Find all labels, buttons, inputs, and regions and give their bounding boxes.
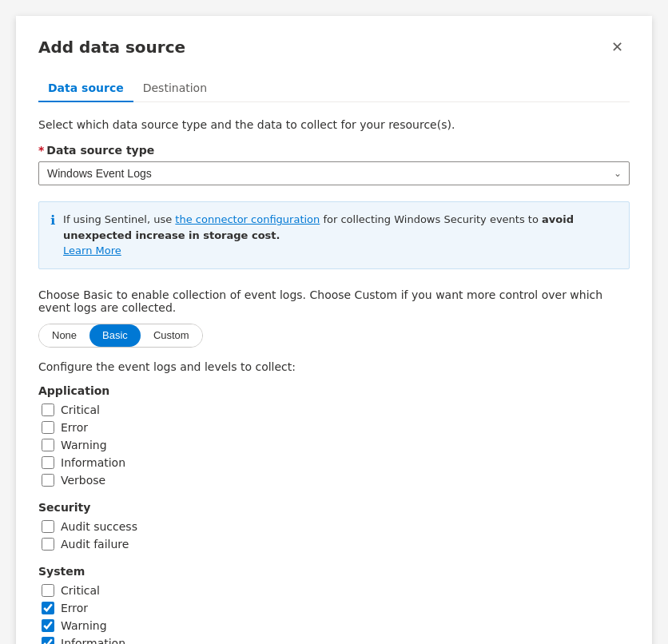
checkbox-input-application-warning[interactable] xyxy=(42,439,54,451)
checkbox-input-application-verbose[interactable] xyxy=(42,474,54,487)
log-group-application-title: Application xyxy=(38,384,630,397)
data-source-type-select[interactable]: Windows Event Logs Linux Syslog Performa… xyxy=(38,161,630,185)
checkbox-label-system-information: Information xyxy=(61,637,125,644)
connector-config-link[interactable]: the connector configuration xyxy=(175,213,320,225)
info-box-text: If using Sentinel, use the connector con… xyxy=(63,212,618,259)
checkbox-input-application-information[interactable] xyxy=(42,456,54,469)
checkbox-input-security-audit-failure[interactable] xyxy=(42,538,54,551)
data-source-type-wrapper: Windows Event Logs Linux Syslog Performa… xyxy=(38,161,630,185)
checkbox-application-verbose: Verbose xyxy=(38,474,630,487)
checkbox-label-system-error: Error xyxy=(61,602,88,614)
choose-description: Choose Basic to enable collection of eve… xyxy=(38,288,630,314)
checkbox-system-error: Error xyxy=(38,602,630,614)
checkbox-system-information: Information xyxy=(38,637,630,644)
checkbox-label-application-information: Information xyxy=(61,456,125,469)
tab-destination[interactable]: Destination xyxy=(133,75,217,102)
panel-header: Add data source ✕ xyxy=(38,35,630,59)
checkbox-input-system-error[interactable] xyxy=(42,602,54,614)
checkbox-application-information: Information xyxy=(38,456,630,469)
log-group-system: System Critical Error Warning Informatio… xyxy=(38,565,630,644)
checkbox-label-security-audit-success: Audit success xyxy=(61,520,137,533)
checkbox-application-warning: Warning xyxy=(38,439,630,451)
collect-label: Configure the event logs and levels to c… xyxy=(38,360,630,373)
checkbox-input-security-audit-success[interactable] xyxy=(42,520,54,533)
checkbox-application-error: Error xyxy=(38,421,630,434)
checkbox-input-system-critical[interactable] xyxy=(42,584,54,597)
checkbox-label-application-verbose: Verbose xyxy=(61,474,105,487)
checkbox-label-application-error: Error xyxy=(61,421,88,434)
toggle-custom[interactable]: Custom xyxy=(141,324,202,348)
checkbox-label-system-warning: Warning xyxy=(61,619,107,632)
tab-bar: Data source Destination xyxy=(38,75,630,102)
checkbox-input-system-information[interactable] xyxy=(42,637,54,644)
checkbox-security-audit-success: Audit success xyxy=(38,520,630,533)
learn-more-link[interactable]: Learn More xyxy=(63,244,121,256)
toggle-none[interactable]: None xyxy=(39,324,89,348)
required-indicator: * xyxy=(38,144,44,157)
log-group-application: Application Critical Error Warning Infor… xyxy=(38,384,630,487)
panel-title: Add data source xyxy=(38,38,185,57)
info-icon: ℹ xyxy=(50,213,55,228)
toggle-basic[interactable]: Basic xyxy=(89,324,141,348)
checkbox-security-audit-failure: Audit failure xyxy=(38,538,630,551)
collection-mode-toggle: None Basic Custom xyxy=(38,324,203,348)
data-source-type-label: *Data source type xyxy=(38,144,630,157)
checkbox-label-application-warning: Warning xyxy=(61,439,107,451)
log-group-system-title: System xyxy=(38,565,630,578)
checkbox-input-system-warning[interactable] xyxy=(42,619,54,632)
checkbox-input-application-critical[interactable] xyxy=(42,403,54,416)
add-data-source-panel: Add data source ✕ Data source Destinatio… xyxy=(16,16,652,644)
checkbox-label-security-audit-failure: Audit failure xyxy=(61,538,129,551)
tab-data-source[interactable]: Data source xyxy=(38,75,133,102)
info-box: ℹ If using Sentinel, use the connector c… xyxy=(38,201,630,269)
checkbox-system-critical: Critical xyxy=(38,584,630,597)
log-group-security-title: Security xyxy=(38,501,630,514)
checkbox-input-application-error[interactable] xyxy=(42,421,54,434)
checkbox-label-system-critical: Critical xyxy=(61,584,100,597)
checkbox-label-application-critical: Critical xyxy=(61,403,100,416)
section-description: Select which data source type and the da… xyxy=(38,118,630,131)
log-group-security: Security Audit success Audit failure xyxy=(38,501,630,551)
close-button[interactable]: ✕ xyxy=(605,35,630,59)
checkbox-application-critical: Critical xyxy=(38,403,630,416)
checkbox-system-warning: Warning xyxy=(38,619,630,632)
